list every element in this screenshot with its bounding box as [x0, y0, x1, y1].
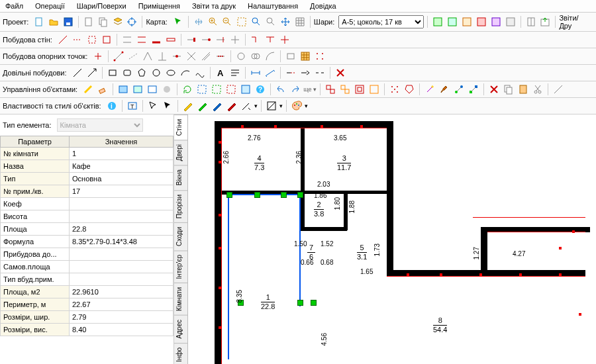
obj-eraser-icon[interactable] — [96, 83, 109, 96]
prop-val[interactable]: Основна — [70, 173, 174, 185]
pt-add-icon[interactable] — [91, 50, 105, 63]
book-icon[interactable] — [524, 15, 538, 28]
doc-icon[interactable] — [82, 15, 95, 28]
group1-icon[interactable] — [324, 83, 337, 96]
snap2-icon[interactable] — [403, 83, 416, 96]
vtab-2[interactable]: Вікна — [174, 165, 187, 189]
prop-val[interactable]: 22.8 — [70, 223, 174, 236]
wall-t1-icon[interactable] — [121, 33, 134, 46]
obj-refresh-icon[interactable] — [181, 83, 194, 96]
pen4-icon[interactable] — [225, 99, 238, 113]
vtab-8[interactable]: Інфо — [174, 343, 187, 364]
pen1-icon[interactable] — [181, 99, 195, 113]
menu-help[interactable]: Довідка — [310, 2, 336, 10]
export-icon[interactable] — [539, 15, 552, 28]
pt-circle-icon[interactable] — [234, 50, 248, 63]
room-label[interactable]: 122.8 — [261, 293, 275, 311]
menu-reports[interactable]: Звіти та друк — [192, 2, 236, 10]
obj-win1-icon[interactable] — [117, 83, 130, 96]
pt-angle-icon[interactable] — [141, 50, 154, 63]
draw-circle-icon[interactable] — [150, 66, 163, 79]
vtab-5[interactable]: Інтер'єр — [174, 250, 187, 283]
menu-ops[interactable]: Операції — [35, 2, 65, 10]
room-label[interactable]: 47.3 — [254, 154, 264, 172]
pt-line-icon[interactable] — [112, 50, 125, 63]
obj-help-icon[interactable]: ? — [254, 83, 267, 96]
wall-end4-icon[interactable] — [228, 33, 242, 46]
delete-draw-icon[interactable] — [334, 66, 347, 79]
draw-text-icon[interactable]: A — [214, 66, 227, 79]
floorplan-canvas[interactable]: 47.3311.723.87653.1122.8854.42.763.652.0… — [188, 114, 596, 364]
wall-poly-icon[interactable] — [100, 33, 113, 46]
layer-tool-1-icon[interactable] — [431, 15, 444, 28]
wall-end3-icon[interactable] — [214, 33, 227, 46]
pen2-icon[interactable] — [196, 99, 209, 113]
vtab-6[interactable]: Кімнати — [174, 283, 187, 315]
pt-mid-icon[interactable] — [170, 50, 183, 63]
layer-tool-5-icon[interactable] — [489, 15, 503, 28]
wall-line-icon[interactable] — [56, 33, 70, 46]
layer-tool-6-icon[interactable] — [504, 15, 517, 28]
del-obj-icon[interactable] — [487, 83, 501, 96]
pen-menu-icon[interactable] — [240, 99, 253, 113]
wall-join1-icon[interactable] — [249, 33, 262, 46]
zoom-out-icon[interactable] — [221, 15, 234, 28]
room-label[interactable]: 311.7 — [337, 154, 351, 172]
obj-highlight-icon[interactable] — [81, 83, 95, 96]
obj-win2-icon[interactable] — [131, 83, 144, 96]
zoom-realtime-icon[interactable] — [264, 15, 277, 28]
draw-rect-icon[interactable] — [106, 66, 119, 79]
node2-icon[interactable] — [467, 83, 480, 96]
break-icon[interactable] — [313, 66, 326, 79]
room-label[interactable]: 53.1 — [357, 244, 367, 261]
wall-ortho-icon[interactable] — [71, 33, 84, 46]
draw-spline-icon[interactable] — [193, 66, 207, 79]
obj-gray-icon[interactable] — [160, 83, 174, 96]
zoom-in-icon[interactable] — [207, 15, 220, 28]
pt-arc-icon[interactable] — [264, 50, 277, 63]
wall-t2-icon[interactable] — [135, 33, 148, 46]
copy-icon[interactable] — [97, 15, 110, 28]
wall-end2-icon[interactable] — [199, 33, 213, 46]
wall-t3-icon[interactable] — [150, 33, 163, 46]
zoom-window-icon[interactable] — [235, 15, 248, 28]
vtab-0[interactable]: Стіни — [174, 114, 187, 140]
wall-join2-icon[interactable] — [264, 33, 277, 46]
prop-val[interactable] — [70, 261, 174, 273]
pick-icon[interactable] — [146, 99, 160, 113]
prop-val[interactable] — [70, 248, 174, 261]
layer-select[interactable]: А-5; цоколь; 17 кв — [338, 15, 424, 28]
dim-lin-icon[interactable] — [249, 66, 262, 79]
style-icon[interactable] — [265, 99, 278, 113]
grid-icon[interactable] — [293, 15, 307, 28]
vtab-4[interactable]: Сходи — [174, 222, 187, 250]
pt-perp-icon[interactable] — [156, 50, 169, 63]
layer-tool-2-icon[interactable] — [446, 15, 459, 28]
brush-icon[interactable] — [438, 83, 451, 96]
move-icon[interactable] — [279, 15, 292, 28]
prop-val[interactable]: 8.35*2.79-0.14*3.48 — [70, 236, 174, 248]
group2-icon[interactable] — [338, 83, 352, 96]
group4-icon[interactable] — [368, 83, 381, 96]
draw-ellipse-icon[interactable] — [164, 66, 177, 79]
pt-iso-icon[interactable] — [199, 50, 213, 63]
obj-win3-icon[interactable] — [146, 83, 159, 96]
menu-layers[interactable]: Шари/Поверхи — [77, 2, 126, 10]
pt-grid-icon[interactable] — [299, 50, 312, 63]
layer-tool-3-icon[interactable] — [460, 15, 473, 28]
prop-val[interactable]: 17 — [70, 185, 174, 198]
textprop-icon[interactable]: T — [126, 99, 139, 113]
prop-val[interactable]: 22.67 — [70, 298, 174, 311]
prop-val[interactable] — [70, 273, 174, 286]
snap1-icon[interactable] — [388, 83, 401, 96]
extend-icon[interactable] — [299, 66, 312, 79]
prop-val[interactable]: Кафе — [70, 160, 174, 173]
reports-link[interactable]: Звіти/Дру — [559, 14, 591, 30]
wall-join3-icon[interactable] — [278, 33, 291, 46]
redo-icon[interactable] — [289, 83, 302, 96]
pan-icon[interactable] — [192, 15, 205, 28]
palette-icon[interactable] — [290, 99, 303, 113]
layer-tool-4-icon[interactable] — [475, 15, 488, 28]
draw-arrow-icon[interactable] — [85, 66, 99, 79]
obj-sel1-icon[interactable] — [195, 83, 209, 96]
